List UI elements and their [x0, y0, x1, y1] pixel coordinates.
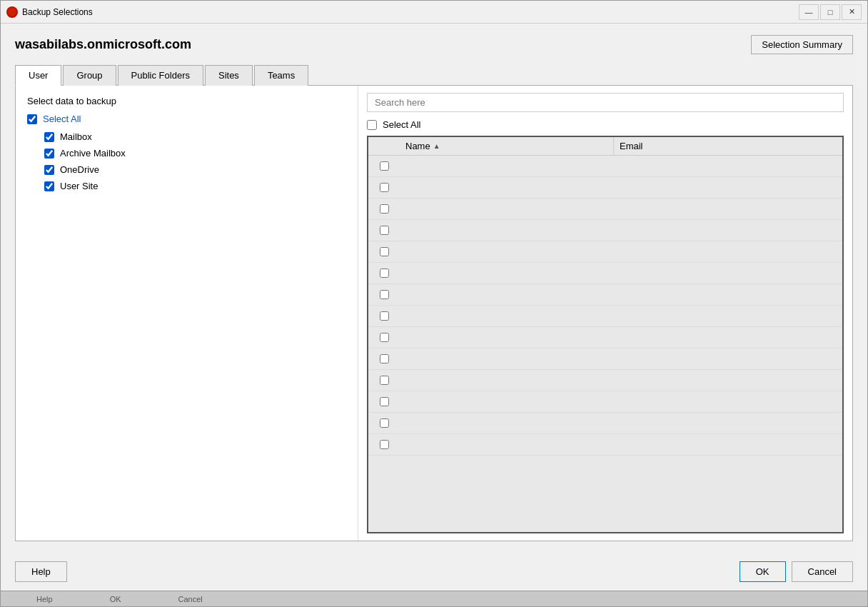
row-checkbox[interactable] [380, 247, 389, 256]
footer-left: Help [15, 561, 67, 582]
table-row [368, 370, 842, 391]
taskbar: Help OK Cancel [1, 591, 867, 606]
tab-teams[interactable]: Teams [254, 65, 308, 86]
tab-group[interactable]: Group [63, 65, 116, 86]
table-row [368, 156, 842, 177]
onedrive-checkbox[interactable] [44, 165, 54, 175]
table-row [368, 177, 842, 199]
row-checkbox[interactable] [380, 183, 389, 192]
cancel-button[interactable]: Cancel [792, 561, 853, 582]
table-row [368, 263, 842, 284]
table-header-email: Email [614, 137, 842, 155]
row-checkbox[interactable] [380, 161, 389, 171]
tab-public-folders[interactable]: Public Folders [118, 65, 203, 86]
data-table: Name ▲ Email [367, 136, 844, 533]
dialog-header: wasabilabs.onmicrosoft.com Selection Sum… [15, 35, 853, 54]
maximize-button[interactable]: □ [820, 4, 840, 20]
data-options: Mailbox Archive Mailbox OneDrive User Si… [44, 131, 346, 197]
help-button[interactable]: Help [15, 561, 67, 582]
footer-right: OK Cancel [740, 561, 853, 582]
left-panel: Select data to backup Select All Mailbox… [16, 86, 358, 541]
table-row [368, 284, 842, 306]
row-checkbox[interactable] [380, 418, 389, 428]
taskbar-help: Help [36, 595, 53, 603]
table-header: Name ▲ Email [368, 137, 842, 156]
row-checkbox[interactable] [380, 311, 389, 321]
table-row [368, 220, 842, 241]
user-site-row: User Site [44, 181, 346, 191]
table-row [368, 241, 842, 263]
right-select-all-label[interactable]: Select All [383, 119, 420, 130]
row-checkbox[interactable] [380, 204, 389, 214]
row-checkbox[interactable] [380, 333, 389, 342]
archive-mailbox-checkbox[interactable] [44, 149, 54, 159]
search-input[interactable] [367, 93, 844, 112]
row-checkbox[interactable] [380, 376, 389, 385]
table-row [368, 348, 842, 370]
mailbox-row: Mailbox [44, 131, 346, 142]
user-site-checkbox[interactable] [44, 181, 54, 191]
selection-summary-button[interactable]: Selection Summary [751, 35, 853, 54]
user-site-label[interactable]: User Site [60, 181, 98, 191]
table-header-name: Name ▲ [400, 137, 614, 155]
onedrive-label[interactable]: OneDrive [60, 164, 99, 175]
table-row [368, 434, 842, 456]
row-checkbox[interactable] [380, 440, 389, 449]
window-title: Backup Selections [22, 7, 799, 17]
title-bar: Backup Selections — □ ✕ [1, 1, 867, 24]
table-body[interactable] [368, 156, 842, 532]
row-checkbox[interactable] [380, 269, 389, 278]
dialog-content: wasabilabs.onmicrosoft.com Selection Sum… [1, 24, 867, 553]
right-panel: Select All Name ▲ Email [358, 86, 852, 541]
table-row [368, 391, 842, 413]
app-icon [6, 6, 18, 18]
select-data-label: Select data to backup [27, 96, 346, 106]
ok-button[interactable]: OK [740, 561, 786, 582]
tab-sites[interactable]: Sites [205, 65, 253, 86]
table-header-checkbox-col [368, 137, 400, 155]
select-all-row: Select All [27, 114, 346, 124]
close-button[interactable]: ✕ [842, 4, 862, 20]
domain-title: wasabilabs.onmicrosoft.com [15, 37, 191, 52]
backup-selections-window: Backup Selections — □ ✕ wasabilabs.onmic… [0, 0, 868, 607]
archive-mailbox-label[interactable]: Archive Mailbox [60, 148, 126, 159]
table-row [368, 306, 842, 327]
archive-mailbox-row: Archive Mailbox [44, 148, 346, 159]
table-row [368, 327, 842, 348]
onedrive-row: OneDrive [44, 164, 346, 175]
row-checkbox[interactable] [380, 226, 389, 235]
tab-bar: User Group Public Folders Sites Teams [15, 64, 853, 86]
taskbar-ok: OK [110, 595, 121, 603]
row-checkbox[interactable] [380, 354, 389, 363]
mailbox-label[interactable]: Mailbox [60, 131, 92, 142]
minimize-button[interactable]: — [799, 4, 819, 20]
select-all-label[interactable]: Select All [43, 114, 81, 124]
row-checkbox[interactable] [380, 290, 389, 299]
table-row [368, 413, 842, 434]
select-all-checkbox[interactable] [27, 114, 37, 124]
sort-arrow-icon: ▲ [433, 142, 440, 150]
dialog-footer: Help OK Cancel [1, 553, 867, 591]
mailbox-checkbox[interactable] [44, 132, 54, 142]
main-panel: Select data to backup Select All Mailbox… [15, 86, 853, 541]
window-controls: — □ ✕ [799, 4, 862, 20]
table-row [368, 199, 842, 220]
tab-user[interactable]: User [15, 65, 61, 86]
taskbar-cancel: Cancel [178, 595, 203, 603]
right-select-all-checkbox[interactable] [367, 120, 377, 130]
right-select-all-row: Select All [367, 119, 844, 130]
row-checkbox[interactable] [380, 397, 389, 406]
